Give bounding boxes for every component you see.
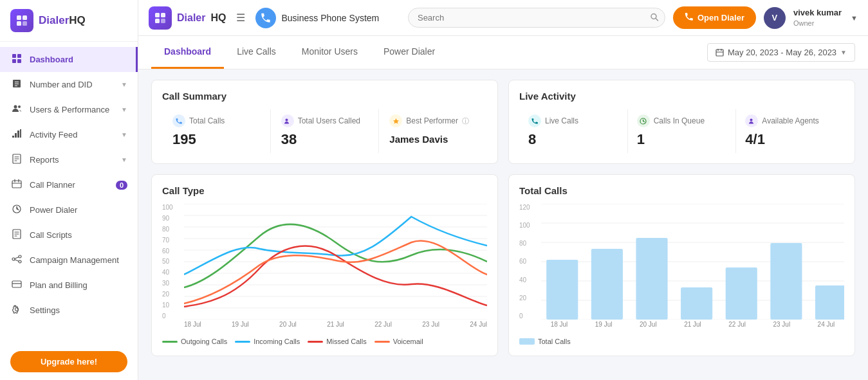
svg-rect-0 <box>17 15 21 20</box>
voicemail-label: Voicemail <box>393 338 423 345</box>
available-agents-icon <box>745 114 758 127</box>
total-calls-svg <box>541 204 844 320</box>
svg-rect-1 <box>23 15 27 20</box>
open-dialer-label: Open Dialer <box>697 13 744 23</box>
sidebar-item-activity-feed[interactable]: Activity Feed ▼ <box>0 122 138 147</box>
sidebar-item-plan-billing-label: Plan and Billing <box>30 280 88 290</box>
logo-icon-header <box>149 6 172 30</box>
missed-legend <box>308 341 323 343</box>
svg-point-24 <box>286 118 288 121</box>
search-input[interactable] <box>408 8 665 28</box>
svg-point-22 <box>651 14 656 19</box>
best-performer-value: James Davis <box>389 131 477 145</box>
settings-icon <box>10 304 23 316</box>
chevron-down-icon: ▼ <box>121 156 127 163</box>
phone-icon <box>255 8 276 28</box>
y-axis: 100 90 80 70 60 50 40 30 20 10 0 <box>162 204 180 332</box>
upgrade-button[interactable]: Upgrade here! <box>10 351 127 372</box>
svg-point-15 <box>19 255 21 258</box>
call-summary-stats: Total Calls 195 Total Users Called <box>162 109 487 153</box>
svg-rect-48 <box>636 238 667 320</box>
sidebar-item-call-scripts[interactable]: Call Scripts <box>0 222 138 248</box>
tabs-bar: Dashboard Live Calls Monitor Users Power… <box>138 36 868 69</box>
live-activity-card: Live Activity Live Calls 8 <box>508 80 855 164</box>
tab-power-dialer[interactable]: Power Dialer <box>371 36 448 69</box>
sidebar-item-reports-label: Reports <box>30 155 59 165</box>
svg-rect-11 <box>12 181 21 188</box>
header: DialerHQ ☰ Business Phone System Open Di <box>138 0 868 36</box>
svg-rect-21 <box>161 19 165 23</box>
business-phone-label: Business Phone System <box>281 13 379 23</box>
sidebar-item-power-dialer[interactable]: Power Dialer <box>0 197 138 222</box>
sidebar-item-number-did-label: Number and DID <box>30 80 93 89</box>
search-bar <box>408 8 665 28</box>
available-agents-value: 4/1 <box>745 131 835 148</box>
sidebar-logo: DialerHQ <box>0 0 138 42</box>
total-calls-legend-label: Total Calls <box>538 338 571 345</box>
sidebar-item-dashboard-label: Dashboard <box>30 55 73 64</box>
app-logo: DialerHQ <box>149 6 226 30</box>
open-dialer-button[interactable]: Open Dialer <box>673 6 756 29</box>
tab-dashboard[interactable]: Dashboard <box>151 36 224 69</box>
sidebar-item-users-performance[interactable]: Users & Performance ▼ <box>0 97 138 122</box>
sidebar-item-campaign-management[interactable]: Campaign Management <box>0 248 138 273</box>
best-performer-icon <box>389 114 402 127</box>
dashboard-icon <box>10 53 23 66</box>
svg-rect-4 <box>12 54 16 58</box>
calls-in-queue-label: Calls In Queue <box>654 116 705 125</box>
voicemail-legend <box>374 341 390 343</box>
live-activity-title: Live Activity <box>519 91 844 102</box>
total-calls-chart-wrapper: 120 100 80 60 40 20 0 <box>519 204 844 332</box>
svg-rect-19 <box>161 13 165 17</box>
svg-point-27 <box>750 118 752 121</box>
number-did-icon <box>10 78 23 91</box>
call-type-chart-card: Call Type 100 90 80 70 60 50 40 30 20 <box>151 174 498 356</box>
svg-point-9 <box>18 105 21 108</box>
outgoing-label: Outgoing Calls <box>181 338 227 345</box>
sidebar-item-number-did[interactable]: Number and DID ▼ <box>0 72 138 97</box>
date-range-label: May 20, 2023 - May 26, 2023 <box>728 48 836 57</box>
sidebar-item-call-planner-label: Call Planner <box>30 180 75 190</box>
live-calls-stat: Live Calls 8 <box>519 109 628 153</box>
sidebar-item-reports[interactable]: Reports ▼ <box>0 147 138 172</box>
user-name: vivek kumar <box>793 8 842 19</box>
svg-point-14 <box>12 258 15 260</box>
call-type-legend: Outgoing Calls Incoming Calls Missed Cal… <box>162 338 487 345</box>
svg-rect-50 <box>726 267 757 320</box>
incoming-label: Incoming Calls <box>254 338 300 345</box>
svg-rect-20 <box>155 19 160 23</box>
svg-rect-46 <box>546 260 578 320</box>
call-scripts-icon <box>10 229 23 241</box>
hamburger-menu[interactable]: ☰ <box>234 9 248 26</box>
info-icon[interactable]: ⓘ <box>462 116 469 126</box>
sidebar-item-settings[interactable]: Settings <box>0 298 138 323</box>
live-stats: Live Calls 8 Calls In Queue 1 <box>519 109 844 153</box>
total-calls-legend-box <box>519 338 535 345</box>
total-calls-value: 195 <box>172 131 260 148</box>
user-role: Owner <box>793 19 842 28</box>
total-users-value: 38 <box>281 131 369 148</box>
total-calls-icon <box>172 114 185 127</box>
total-calls-title: Total Calls <box>519 185 844 196</box>
reports-icon <box>10 154 23 166</box>
live-calls-icon <box>528 114 541 127</box>
activity-feed-icon <box>10 129 23 141</box>
sidebar: DialerHQ Dashboard Number and DID ▼ <box>0 0 138 380</box>
total-calls-stat: Total Calls 195 <box>162 109 271 153</box>
svg-rect-47 <box>591 249 623 320</box>
svg-point-8 <box>14 105 17 109</box>
sidebar-item-dashboard[interactable]: Dashboard <box>0 47 138 72</box>
sidebar-item-campaign-label: Campaign Management <box>30 255 119 265</box>
user-menu-chevron[interactable]: ▼ <box>851 14 858 22</box>
tab-live-calls[interactable]: Live Calls <box>224 36 289 69</box>
svg-rect-18 <box>155 13 160 17</box>
date-range-picker[interactable]: May 20, 2023 - May 26, 2023 ▼ <box>707 43 855 62</box>
svg-marker-25 <box>393 118 399 124</box>
tab-monitor-users[interactable]: Monitor Users <box>289 36 371 69</box>
call-planner-badge: 0 <box>116 181 127 190</box>
sidebar-item-call-planner[interactable]: Call Planner 0 <box>0 172 138 197</box>
chevron-down-icon: ▼ <box>121 131 127 138</box>
logo-text: DialerHQ <box>39 14 86 27</box>
bar-y-axis: 120 100 80 60 40 20 0 <box>519 204 537 332</box>
sidebar-item-plan-billing[interactable]: Plan and Billing <box>0 273 138 298</box>
